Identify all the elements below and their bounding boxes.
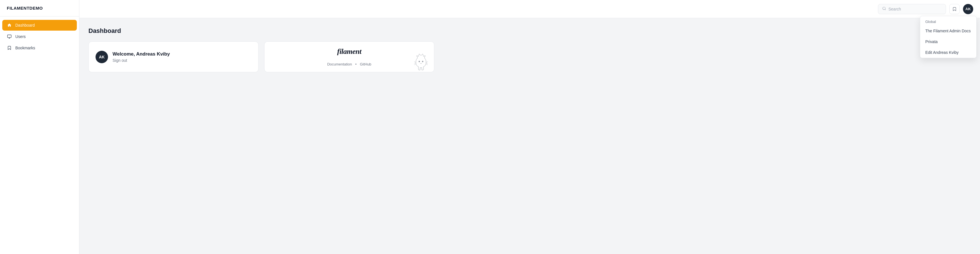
dropdown-item-privata[interactable]: Privata [920, 36, 976, 47]
documentation-link[interactable]: Documentation [327, 62, 352, 66]
home-icon [7, 23, 12, 28]
search-bar[interactable] [878, 4, 946, 14]
svg-point-3 [883, 7, 885, 10]
dropdown-item-filament-docs[interactable]: The Filament Admin Docs [920, 25, 976, 36]
main-content: Dashboard AK Welcome, Andreas Kviby Sign… [80, 18, 980, 254]
welcome-card: AK Welcome, Andreas Kviby Sign out [88, 41, 259, 72]
svg-line-4 [885, 9, 886, 10]
separator: • [355, 62, 356, 66]
sidebar: FILAMENTDEMO Dashboard Users [0, 0, 80, 254]
svg-point-5 [419, 61, 420, 62]
main-area: AK Global The Filament Admin Docs Privat… [80, 0, 980, 254]
sidebar-item-bookmarks-label: Bookmarks [15, 46, 35, 50]
welcome-title: Welcome, Andreas Kviby [113, 51, 170, 57]
search-input[interactable] [888, 7, 942, 11]
user-avatar-button[interactable]: AK [963, 4, 973, 14]
svg-rect-0 [7, 35, 11, 37]
filament-logo: filament [337, 48, 361, 56]
sidebar-item-dashboard[interactable]: Dashboard [2, 20, 77, 31]
welcome-text: Welcome, Andreas Kviby Sign out [113, 51, 170, 63]
github-link[interactable]: GitHub [360, 62, 371, 66]
bookmark-header-icon [952, 7, 957, 11]
bookmark-icon [7, 45, 12, 51]
cat-icon [412, 54, 430, 71]
dropdown-menu: Global The Filament Admin Docs Privata E… [920, 16, 977, 58]
search-icon [882, 6, 886, 12]
welcome-card-avatar: AK [95, 51, 108, 63]
dropdown-group-label: Global [920, 16, 976, 25]
sign-out-link[interactable]: Sign out [113, 58, 170, 63]
page-title: Dashboard [88, 27, 971, 35]
sidebar-item-users[interactable]: Users [2, 31, 77, 42]
sidebar-item-users-label: Users [15, 34, 26, 39]
app-logo: FILAMENTDEMO [0, 0, 79, 16]
bookmark-button[interactable] [950, 4, 959, 14]
header: AK Global The Filament Admin Docs Privat… [80, 0, 980, 18]
sidebar-item-bookmarks[interactable]: Bookmarks [2, 43, 77, 53]
sidebar-nav: Dashboard Users Bookmarks [0, 16, 79, 57]
filament-links: Documentation • GitHub [326, 62, 372, 66]
users-icon [7, 34, 12, 39]
dropdown-item-edit-profile[interactable]: Edit Andreas Kviby [920, 47, 976, 58]
cards-row: AK Welcome, Andreas Kviby Sign out filam… [88, 41, 971, 72]
svg-point-6 [422, 61, 423, 62]
sidebar-item-dashboard-label: Dashboard [15, 23, 35, 27]
filament-card: filament Documentation • GitHub [264, 41, 434, 72]
filament-illustration [412, 54, 430, 72]
